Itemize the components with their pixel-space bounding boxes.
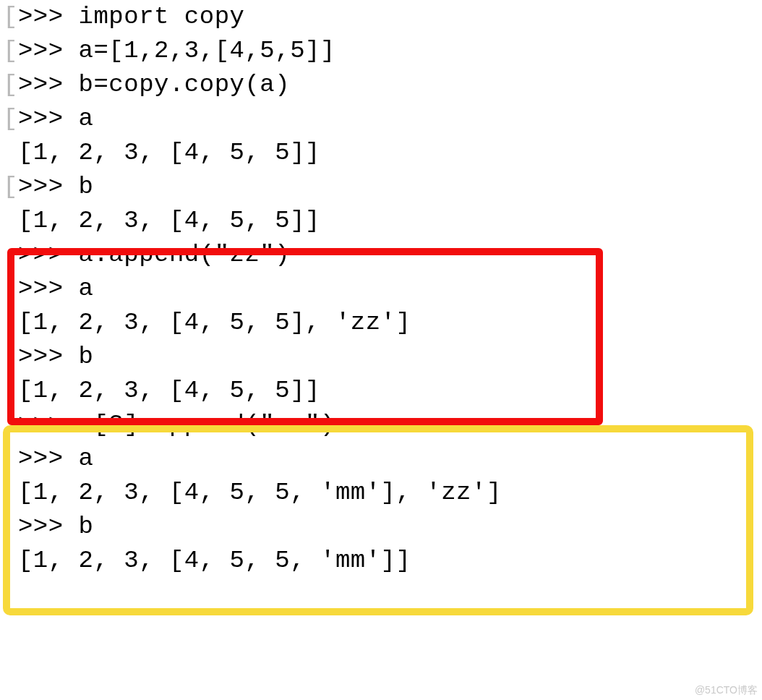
gutter-bracket: [ xyxy=(3,37,18,64)
code-line: [>>> import copy xyxy=(3,0,759,34)
code-line: [>>> a=[1,2,3,[4,5,5]] xyxy=(3,34,759,68)
code-text: >>> b=copy.copy(a) xyxy=(18,71,290,98)
code-text: >>> import copy xyxy=(18,3,245,30)
highlight-shallow-copy-top-level xyxy=(7,248,603,425)
code-text: >>> a xyxy=(18,105,94,132)
gutter-bracket: [ xyxy=(3,71,18,98)
code-line: [>>> a xyxy=(3,102,759,136)
gutter-bracket: [ xyxy=(3,3,18,30)
code-line: [>>> b xyxy=(3,170,759,204)
highlight-shallow-copy-nested xyxy=(3,425,753,615)
code-text: [1, 2, 3, [4, 5, 5]] xyxy=(18,207,320,234)
gutter-bracket: [ xyxy=(3,105,18,132)
gutter-bracket: [ xyxy=(3,173,18,200)
gutter-bracket xyxy=(3,207,18,234)
code-line: [1, 2, 3, [4, 5, 5]] xyxy=(3,204,759,238)
watermark: @51CTO博客 xyxy=(695,684,758,697)
code-line: [1, 2, 3, [4, 5, 5]] xyxy=(3,136,759,170)
code-text: [1, 2, 3, [4, 5, 5]] xyxy=(18,139,320,166)
code-text: >>> a=[1,2,3,[4,5,5]] xyxy=(18,37,335,64)
code-text: >>> b xyxy=(18,173,94,200)
gutter-bracket xyxy=(3,139,18,166)
code-line: [>>> b=copy.copy(a) xyxy=(3,68,759,102)
